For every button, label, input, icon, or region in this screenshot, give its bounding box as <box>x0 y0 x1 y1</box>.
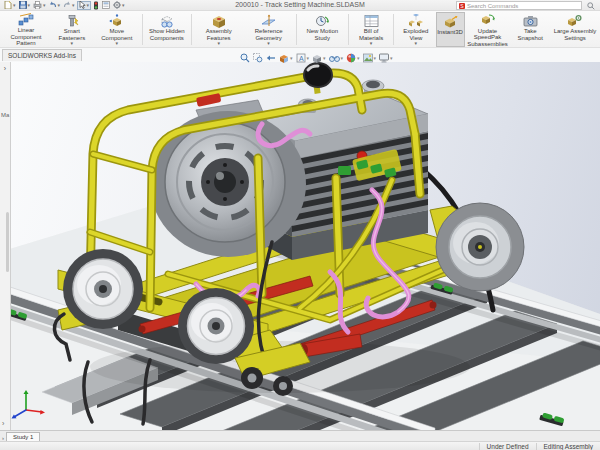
button-label: Take Snapshot <box>513 28 548 41</box>
feature-manager-collapsed-panel[interactable]: › Ma <box>0 62 11 430</box>
toolbar-separator <box>142 14 143 45</box>
dropdown-caret: ▾ <box>116 41 119 45</box>
panel-rotated-label: Ma <box>1 112 9 118</box>
cmd-exploded-view[interactable]: Exploded View ▾ <box>396 12 435 47</box>
cmd-take-snapshot[interactable]: Take Snapshot <box>511 12 550 47</box>
zoom-to-fit-icon[interactable] <box>240 53 250 63</box>
rebuild-traffic-light-icon <box>93 1 99 10</box>
undo-button[interactable]: ▾ <box>48 1 62 10</box>
tab-motion-study[interactable]: Study 1 <box>6 432 40 441</box>
toolbar-separator <box>296 14 297 45</box>
status-bar: Under Defined Editing Assembly <box>0 441 600 450</box>
linear-component-pattern-icon <box>18 13 34 27</box>
cmd-reference-geometry[interactable]: Reference Geometry ▾ <box>244 12 294 47</box>
search-placeholder: Search Commands <box>467 3 518 9</box>
select-tool-button[interactable]: ▾ <box>77 1 92 10</box>
panel-scrollbar-thumb[interactable] <box>6 212 9 272</box>
file-properties-button[interactable] <box>101 1 111 10</box>
search-commands-box[interactable]: S Search Commands <box>456 1 582 10</box>
redo-button[interactable]: ▾ <box>62 1 76 10</box>
reference-geometry-icon <box>261 13 276 28</box>
button-label: Show Hidden Components <box>147 28 187 41</box>
cmd-assembly-features[interactable]: Assembly Features ▾ <box>194 12 244 47</box>
zoom-to-area-icon[interactable] <box>253 53 263 63</box>
print-button[interactable]: ▾ <box>32 1 47 10</box>
solidworks-logo-icon: S <box>459 3 465 9</box>
hide-show-items-icon[interactable]: ▾ <box>329 53 344 63</box>
new-document-icon <box>4 1 12 9</box>
panel-expand-arrow[interactable]: › <box>0 65 10 72</box>
display-style-icon[interactable]: ▾ <box>312 53 326 63</box>
toolbar-separator <box>393 14 394 45</box>
heads-up-view-toolbar: ▾ A▾ ▾ ▾ ▾ ▾ ▾ <box>240 51 393 64</box>
cmd-update-speedpak[interactable]: Update SpeedPak Subassemblies <box>465 12 511 47</box>
mirror <box>304 63 332 94</box>
save-button[interactable]: ▾ <box>18 1 32 10</box>
options-button[interactable]: ▾ <box>112 1 126 10</box>
update-speedpak-icon <box>480 13 495 28</box>
edit-appearance-icon[interactable]: ▾ <box>346 53 360 63</box>
graphics-area[interactable] <box>0 62 600 430</box>
button-label: Linear Component Pattern <box>4 27 48 47</box>
viewport-corner-flyout-arrow[interactable]: › <box>2 420 4 427</box>
previous-view-icon[interactable] <box>266 53 276 63</box>
cmd-linear-component-pattern[interactable]: Linear Component Pattern ▾ <box>2 12 50 47</box>
save-icon <box>19 1 27 9</box>
print-icon <box>33 1 42 9</box>
file-properties-icon <box>102 1 110 9</box>
cmd-move-component[interactable]: Move Component ▾ <box>94 12 140 47</box>
undo-icon <box>49 1 57 9</box>
dropdown-caret: ▾ <box>370 41 373 45</box>
toolbar-separator <box>191 14 192 45</box>
button-label: Update SpeedPak Subassemblies <box>467 28 509 48</box>
tab-solidworks-addins[interactable]: SOLIDWORKS Add-Ins <box>2 49 82 61</box>
wheel-rear-left <box>178 288 254 364</box>
new-motion-study-icon <box>315 13 330 28</box>
instant3d-icon <box>443 14 458 29</box>
select-cursor-icon <box>79 1 86 9</box>
dynamic-annotation-views-icon[interactable]: A▾ <box>296 53 310 63</box>
large-assembly-settings-icon <box>567 13 582 28</box>
view-settings-icon[interactable]: ▾ <box>379 53 393 63</box>
cmd-smart-fasteners[interactable]: Smart Fasteners ▾ <box>50 12 94 47</box>
command-manager-toolbar: Linear Component Pattern ▾ Smart Fastene… <box>0 11 600 48</box>
search-magnifier-icon[interactable] <box>587 2 595 10</box>
button-label: Large Assembly Settings <box>552 28 598 41</box>
take-snapshot-icon <box>523 13 538 28</box>
dropdown-caret: ▾ <box>71 41 74 45</box>
3d-scene <box>0 62 600 430</box>
wheel-rear-right <box>436 203 524 291</box>
options-gear-icon <box>113 1 121 9</box>
toolbar-separator <box>348 14 349 45</box>
dropdown-caret: ▾ <box>415 41 418 45</box>
section-view-icon[interactable]: ▾ <box>279 53 293 63</box>
cmd-show-hidden-components[interactable]: Show Hidden Components <box>145 12 189 47</box>
bill-of-materials-icon <box>364 13 379 28</box>
new-document-button[interactable]: ▾ <box>3 1 17 10</box>
rebuild-button[interactable] <box>92 1 100 10</box>
motion-study-tab-bar: › Study 1 <box>0 430 600 441</box>
constraint-status: Under Defined <box>479 443 536 450</box>
svg-text:A: A <box>299 54 304 61</box>
exploded-view-icon <box>408 13 423 28</box>
apply-scene-icon[interactable]: ▾ <box>363 53 377 63</box>
show-hidden-components-icon <box>159 13 174 28</box>
cmd-large-assembly-settings[interactable]: Large Assembly Settings <box>550 12 600 47</box>
cmd-new-motion-study[interactable]: New Motion Study <box>299 12 347 47</box>
editing-mode-status: Editing Assembly <box>536 443 600 450</box>
assembly-features-icon <box>211 13 226 28</box>
quick-access-toolbar: ▾ ▾ ▾ ▾ ▾ ▾ ▾ <box>0 1 126 10</box>
move-component-icon <box>109 13 124 28</box>
title-bar: ▾ ▾ ▾ ▾ ▾ ▾ ▾ 200010 - Track Setting Mac… <box>0 0 600 11</box>
cmd-bill-of-materials[interactable]: Bill of Materials ▾ <box>351 12 391 47</box>
dropdown-caret: ▾ <box>217 41 220 45</box>
dropdown-caret: ▾ <box>267 41 270 45</box>
button-label: Instant3D <box>437 29 463 36</box>
redo-icon <box>63 1 71 9</box>
smart-fasteners-icon <box>65 13 79 28</box>
wheel-front-left <box>63 249 143 329</box>
solidworks-window: ▾ ▾ ▾ ▾ ▾ ▾ ▾ 200010 - Track Setting Mac… <box>0 0 600 450</box>
cmd-instant3d[interactable]: Instant3D <box>436 12 465 47</box>
button-label: New Motion Study <box>301 28 345 41</box>
